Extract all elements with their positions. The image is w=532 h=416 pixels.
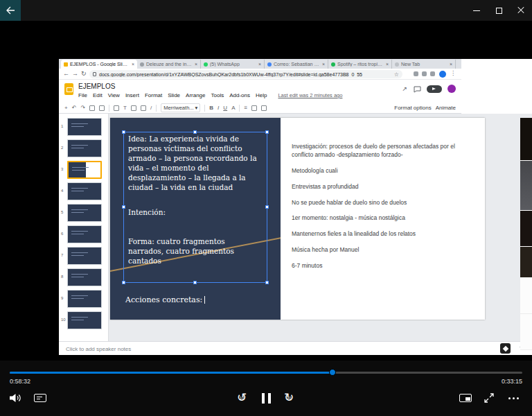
font-family-select[interactable]: Merriweath... ▾ — [161, 103, 200, 112]
extension-icon[interactable] — [414, 71, 418, 76]
tab-whatsapp[interactable]: (5) WhatsApp × — [201, 60, 265, 69]
new-slide-icon[interactable]: + — [64, 105, 68, 111]
share-arrow-icon[interactable]: ↗ — [402, 85, 407, 92]
document-title[interactable]: EJEMPLOS — [78, 83, 115, 90]
slide-thumbnail-5[interactable]: 5 — [61, 204, 108, 222]
browser-menu-icon[interactable]: ⋮ — [450, 70, 456, 76]
participant-video-2[interactable] — [520, 161, 532, 211]
text-color-icon[interactable]: A — [231, 105, 235, 111]
selection-handle[interactable] — [193, 130, 197, 134]
menu-help[interactable]: Help — [256, 92, 267, 98]
tab-mail[interactable]: Correo: Sebastian de Jesus D... × — [265, 60, 328, 69]
menu-arrange[interactable]: Arrange — [186, 92, 205, 98]
selection-handle[interactable] — [122, 130, 125, 134]
tab-close-icon[interactable]: × — [450, 62, 452, 67]
tab-close-icon[interactable]: × — [132, 62, 134, 67]
video-content[interactable]: EJEMPLOS - Google Slides × Deleuze and t… — [59, 59, 532, 355]
mini-player-button[interactable] — [457, 390, 474, 406]
participant-placeholder-2[interactable] — [520, 314, 532, 350]
back-button[interactable] — [0, 0, 21, 21]
underline-icon[interactable]: U — [223, 105, 227, 111]
tab-close-icon[interactable]: × — [258, 62, 261, 67]
tab-new-tab[interactable]: New Tab × — [392, 60, 456, 69]
account-avatar[interactable] — [447, 85, 456, 93]
insert-shape-icon[interactable] — [141, 105, 146, 111]
slide-thumbnail-9[interactable]: 9 — [61, 290, 108, 308]
participant-placeholder-1[interactable] — [520, 278, 532, 314]
tab-spotify[interactable]: Spotify – ritos tropicaribes × — [328, 60, 392, 69]
extension-icon[interactable] — [430, 71, 435, 76]
subtitles-button[interactable] — [32, 390, 48, 406]
close-button[interactable] — [510, 0, 532, 21]
tab-close-icon[interactable]: × — [195, 62, 197, 67]
selection-handle[interactable] — [265, 281, 269, 284]
list-icon[interactable] — [261, 105, 267, 111]
slide-thumbnail-8[interactable]: 8 — [61, 268, 108, 286]
more-options-button[interactable] — [504, 390, 522, 406]
current-slide[interactable]: Idea: La experiencia vivida de personas … — [110, 118, 485, 320]
animate-button[interactable]: Animate — [436, 105, 456, 111]
tab-close-icon[interactable]: × — [386, 62, 389, 67]
insert-image-icon[interactable] — [131, 105, 136, 111]
menu-edit[interactable]: Edit — [93, 92, 103, 98]
menu-view[interactable]: View — [108, 92, 120, 98]
redo-icon[interactable]: ↷ — [80, 105, 85, 111]
selection-handle[interactable] — [265, 205, 269, 209]
tab-close-icon[interactable]: × — [322, 62, 325, 67]
minimize-button[interactable] — [466, 0, 488, 21]
maximize-button[interactable] — [488, 0, 510, 21]
print-icon[interactable] — [89, 105, 95, 111]
participant-video-4[interactable] — [520, 247, 532, 278]
slide-canvas[interactable]: Idea: La experiencia vivida de personas … — [109, 114, 532, 341]
slide-notes-text-block[interactable]: Investigación: procesos de duelo de pers… — [292, 143, 459, 278]
undo-icon[interactable]: ↶ — [72, 105, 77, 111]
participant-video-3[interactable] — [520, 211, 532, 247]
slide-filmstrip[interactable]: 1 2 3 4 5 6 7 8 9 10 — [59, 114, 109, 341]
insert-line-icon[interactable]: / — [150, 105, 152, 111]
slide-thumbnail-6[interactable]: 6 — [61, 225, 108, 243]
seek-bar-handle[interactable] — [329, 369, 336, 376]
selected-text-box[interactable]: Idea: La experiencia vivida de personas … — [123, 132, 267, 283]
slide-thumbnail-10[interactable]: 10 — [61, 311, 108, 329]
browser-forward-icon[interactable]: → — [72, 70, 78, 77]
seek-bar[interactable] — [10, 372, 522, 374]
slide-thumbnail-3-selected[interactable]: 3 — [61, 161, 108, 179]
pause-button[interactable] — [258, 390, 274, 406]
menu-insert[interactable]: Insert — [125, 92, 139, 98]
fullscreen-button[interactable] — [481, 390, 497, 406]
slide-thumbnail-7[interactable]: 7 — [61, 247, 108, 265]
speaker-notes-bar[interactable]: Click to add speaker notes — [59, 341, 532, 355]
browser-back-icon[interactable]: ← — [63, 70, 69, 77]
bold-icon[interactable]: B — [209, 105, 213, 111]
text-box-icon[interactable]: T — [123, 105, 127, 111]
slide-text-acciones[interactable]: Acciones concretas: — [125, 295, 205, 304]
bookmark-star-icon[interactable]: ☆ — [394, 71, 399, 78]
select-tool-icon[interactable] — [114, 105, 119, 111]
skip-forward-button[interactable]: ↻ 30 — [280, 390, 298, 406]
menu-file[interactable]: File — [78, 92, 87, 98]
format-options-button[interactable]: Format options — [394, 105, 431, 111]
participant-video-1[interactable] — [520, 118, 532, 161]
line-spacing-icon[interactable] — [251, 105, 257, 111]
slide-thumbnail-2[interactable]: 2 — [61, 139, 108, 157]
slide-thumbnail-1[interactable]: 1 — [61, 118, 108, 136]
menu-tools[interactable]: Tools — [211, 92, 224, 98]
present-button[interactable] — [427, 85, 442, 93]
tab-deleuze[interactable]: Deleuze and the internet × — [137, 60, 201, 69]
address-bar[interactable]: docs.google.com/presentation/d/1xYZAWBQS… — [89, 70, 402, 78]
slide-thumbnail-4[interactable]: 4 — [61, 182, 108, 200]
selection-handle[interactable] — [265, 130, 269, 134]
menu-format[interactable]: Format — [145, 92, 162, 98]
selection-handle[interactable] — [122, 205, 125, 209]
italic-icon[interactable]: I — [218, 105, 219, 111]
speaker-notes-placeholder[interactable]: Click to add speaker notes — [66, 346, 131, 352]
menu-addons[interactable]: Add-ons — [229, 92, 250, 98]
volume-button[interactable] — [7, 390, 24, 406]
tab-slides[interactable]: EJEMPLOS - Google Slides × — [61, 60, 137, 69]
selection-handle[interactable] — [122, 281, 125, 284]
extension-icon[interactable] — [422, 71, 427, 76]
selection-handle[interactable] — [193, 281, 197, 284]
browser-profile-avatar[interactable] — [439, 71, 446, 78]
explore-button[interactable] — [500, 343, 511, 354]
align-icon[interactable]: ≡ — [244, 105, 247, 111]
